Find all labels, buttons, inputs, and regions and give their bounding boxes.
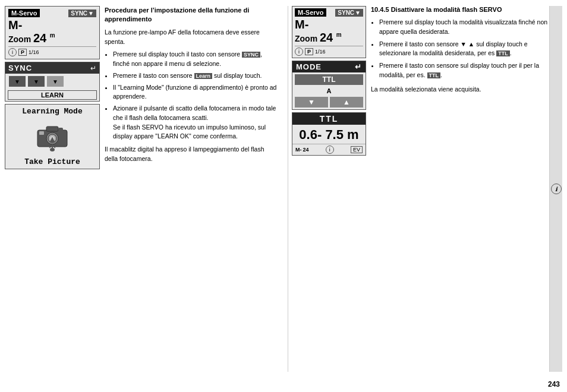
svg-rect-5	[58, 128, 63, 131]
right-conclusion: La modalità selezionata viene acquisita.	[371, 85, 549, 94]
arrows-row: ▼ ▲	[295, 97, 363, 108]
fraction-right: 1/16	[315, 49, 326, 55]
mode-header: MODE ↵	[292, 61, 366, 72]
left-mzoom-text: M- Zoom 24 m	[8, 18, 96, 45]
left-heading: Procedura per l’impostazione della funzi…	[105, 6, 278, 24]
take-picture-text: Take Picture	[8, 157, 97, 166]
right-screen-2: MODE ↵ TTL A ▼ ▲	[292, 61, 366, 110]
left-devices-column: M-Servo SYNC ▼ M- Zoom 24 m i P 1/16	[5, 6, 100, 372]
left-intro: La funzione pre-lampo AF della fotocamer…	[105, 28, 278, 47]
list-item: Il "Learning Mode" (funzione di apprendi…	[113, 83, 278, 102]
left-bullet-list: Premere sul display touch il tasto con s…	[105, 50, 278, 141]
range-text: 0.6- 7.5 m	[292, 125, 366, 144]
ttl-inline-badge-1: TTL	[496, 50, 510, 56]
zoom-label-r3: M-	[295, 147, 302, 153]
svg-rect-4	[46, 127, 58, 131]
right-mzoom-text: M- Zoom 24 m	[295, 18, 363, 44]
left-text-content: Procedura per l’impostazione della funzi…	[105, 6, 284, 372]
lightning-icon-right: ▼	[355, 10, 361, 16]
sidebar-tab: ℹ	[549, 6, 562, 372]
sidebar-info-icon: ℹ	[551, 184, 562, 194]
list-item: Premere sul display touch la modalità vi…	[379, 18, 549, 37]
fraction-left: 1/16	[29, 49, 39, 55]
sync-inline-badge: SYNC	[242, 52, 260, 58]
info-icon-r3: i	[326, 146, 334, 154]
svg-point-7	[50, 148, 55, 151]
flash-icon-3: ▼	[47, 76, 64, 87]
list-item: Premere il tasto con sensore Learn sul d…	[113, 71, 278, 81]
learn-label: LEARN	[8, 90, 97, 100]
left-section: M-Servo SYNC ▼ M- Zoom 24 m i P 1/16	[5, 6, 284, 372]
p-label-left: P	[18, 49, 27, 56]
sync-badge-left: SYNC ▼	[68, 10, 96, 17]
list-item: Premere il tasto con sensore ▼ ▲ sul dis…	[379, 40, 549, 59]
right-text-content: 10.4.5 Disattivare la modalità flash SER…	[371, 6, 549, 372]
m-servo-badge-left: M-Servo	[8, 9, 40, 17]
ttl-row: TTL	[295, 74, 363, 85]
return-icon: ↵	[90, 64, 96, 72]
p-label-right: P	[305, 48, 313, 55]
flash-icons-row: ▼ ▼ ▼	[5, 74, 99, 89]
lightning-icon: ▼	[88, 10, 94, 17]
info-icon-right: i	[295, 48, 303, 56]
learn-inline-badge: Learn	[194, 73, 213, 79]
left-conclusion: Il macablitz digital ha appreso il lampe…	[105, 145, 278, 164]
a-row: A	[292, 87, 366, 95]
camera-icon	[34, 122, 70, 151]
down-arrow-btn[interactable]: ▼	[295, 97, 328, 108]
section-divider	[288, 6, 288, 372]
up-arrow-btn[interactable]: ▲	[330, 97, 363, 108]
right-screen-1: M-Servo SYNC ▼ M- Zoom 24 m i P 1/16	[292, 6, 366, 58]
sync-badge-right: SYNC ▼	[335, 9, 363, 17]
flash-icon-2: ▼	[28, 76, 45, 87]
left-screen-2: SYNC ↵ ▼ ▼ ▼ LEARN	[5, 62, 100, 102]
right-heading: 10.4.5 Disattivare la modalità flash SER…	[371, 6, 549, 13]
flash-icon-1: ▼	[9, 76, 26, 87]
return-icon-right: ↵	[355, 62, 362, 71]
list-item: Azionare il pulsante di scatto della fot…	[113, 104, 278, 141]
sync-label: SYNC	[8, 64, 32, 72]
info-icon-left: i	[8, 48, 17, 56]
ttl-inline-badge-2: TTL	[427, 72, 441, 78]
list-item: Premere sul display touch il tasto con s…	[113, 50, 278, 69]
mode-label: MODE	[296, 62, 322, 71]
zoom-num-r3: 24	[303, 147, 309, 153]
right-screen-3: TTL 0.6- 7.5 m M- 24 i EV	[292, 112, 366, 156]
list-item: Premere il tasto con sensore sul display…	[379, 61, 549, 80]
left-screen-1: M-Servo SYNC ▼ M- Zoom 24 m i P 1/16	[5, 6, 100, 59]
right-screen-3-footer: M- 24 i EV	[292, 144, 366, 155]
right-section: M-Servo SYNC ▼ M- Zoom 24 m i P 1/16	[292, 6, 549, 372]
right-bullet-list: Premere sul display touch la modalità vi…	[371, 18, 549, 80]
ev-box: EV	[351, 146, 363, 153]
page-number: 243	[548, 380, 560, 388]
ttl-header: TTL	[292, 113, 366, 125]
page-footer: 243	[0, 378, 567, 392]
right-devices-column: M-Servo SYNC ▼ M- Zoom 24 m i P 1/16	[292, 6, 366, 372]
m-servo-badge-right: M-Servo	[295, 8, 326, 17]
learning-mode-text: Learning Mode	[8, 107, 97, 116]
left-screen-3: Learning Mode	[5, 104, 100, 169]
svg-rect-6	[39, 131, 44, 135]
ttl-label: TTL	[318, 74, 341, 85]
